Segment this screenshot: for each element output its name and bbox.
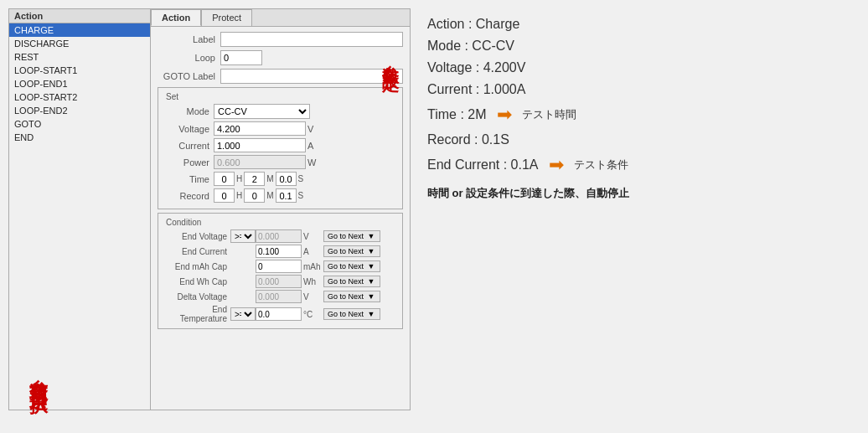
action-list-item[interactable]: LOOP-START1	[9, 64, 150, 77]
loop-input[interactable]	[220, 50, 262, 65]
loop-field-label: Loop	[158, 53, 220, 63]
info-line: Voltage : 4.200V	[427, 60, 860, 75]
info-line: Current : 1.000A	[427, 82, 860, 97]
label-field-label: Label	[158, 34, 220, 44]
goto-row: GOTO Label	[158, 69, 403, 84]
cond-input[interactable]	[256, 260, 302, 273]
cond-label: Delta Voltage	[163, 292, 230, 302]
action-list-item[interactable]: LOOP-END2	[9, 104, 150, 117]
cond-input	[256, 275, 302, 288]
set-section: Set Mode CC-CV Voltage V Current A Power	[158, 87, 403, 209]
record-s-input[interactable]	[276, 188, 297, 203]
set-section-title: Set	[163, 92, 181, 101]
action-list: CHARGEDISCHARGERESTLOOP-START1LOOP-END1L…	[9, 23, 150, 410]
time-m-unit: M	[266, 174, 273, 183]
condition-row: End Temperature >= °C Go to Next ▼	[163, 305, 397, 323]
record-s-unit: S	[298, 191, 304, 200]
info-line: Action : Charge	[427, 17, 860, 32]
record-h-input[interactable]	[214, 188, 235, 203]
time-h-input[interactable]	[214, 172, 235, 186]
cond-unit: A	[303, 247, 322, 256]
action-list-item[interactable]: GOTO	[9, 117, 150, 131]
cond-input[interactable]	[256, 307, 302, 321]
form-tabs: ActionProtect	[151, 9, 410, 27]
record-h-unit: H	[236, 191, 242, 200]
info-line-text: End Current : 0.1A	[427, 157, 539, 173]
condition-row: End Current A Go to Next ▼	[163, 245, 397, 258]
form-tab[interactable]: Action	[151, 9, 201, 26]
form-body: Label Loop GOTO Label Set Mode CC-CV Vol…	[151, 27, 410, 410]
info-line: Record : 0.1S	[427, 132, 860, 147]
condition-row: Delta Voltage V Go to Next ▼	[163, 290, 397, 303]
time-s-unit: S	[298, 174, 304, 183]
cond-unit: V	[303, 232, 322, 241]
record-cell: H M S	[214, 188, 303, 203]
condition-section: Condition End Voltage >= V Go to Next ▼ …	[158, 213, 403, 329]
mode-row: Mode CC-CV	[163, 104, 397, 119]
action-list-item[interactable]: DISCHARGE	[9, 37, 150, 50]
goto-field-label: GOTO Label	[158, 71, 220, 81]
arrow-icon: ➡	[497, 104, 512, 126]
action-list-panel: Action CHARGEDISCHARGERESTLOOP-START1LOO…	[8, 8, 151, 410]
cond-input	[256, 229, 302, 243]
info-line: End Current : 0.1A➡テスト条件	[427, 154, 860, 176]
power-unit: W	[307, 157, 321, 168]
condition-row: End Voltage >= V Go to Next ▼	[163, 229, 397, 243]
action-list-item[interactable]: END	[9, 131, 150, 144]
info-line-text: Time : 2M	[427, 107, 487, 122]
info-line-text: Record : 0.1S	[427, 132, 509, 147]
cond-op-select[interactable]: >=	[230, 229, 256, 243]
goto-input[interactable]	[220, 69, 403, 84]
voltage-unit: V	[307, 124, 321, 134]
action-list-item[interactable]: CHARGE	[9, 23, 150, 37]
go-to-next-button[interactable]: Go to Next ▼	[323, 260, 380, 272]
go-to-next-button[interactable]: Go to Next ▼	[323, 308, 380, 320]
record-row: Record H M S	[163, 188, 397, 203]
record-m-unit: M	[266, 191, 273, 200]
cond-label: End Voltage	[163, 232, 230, 241]
cond-input[interactable]	[256, 245, 302, 258]
loop-row: Loop	[158, 50, 403, 65]
info-line: Mode : CC-CV	[427, 39, 860, 54]
kanji-overlay-form: 参数設定	[380, 51, 401, 64]
condition-rows: End Voltage >= V Go to Next ▼ End Curren…	[163, 229, 397, 323]
action-list-item[interactable]: LOOP-END1	[9, 77, 150, 90]
current-label: Current	[163, 141, 214, 151]
time-row: Time H M S	[163, 172, 397, 186]
cond-op-select[interactable]: >=	[230, 307, 256, 321]
info-panel: Action : ChargeMode : CC-CVVoltage : 4.2…	[427, 8, 860, 201]
label-row: Label	[158, 32, 403, 47]
current-row: Current A	[163, 138, 397, 152]
go-to-next-button[interactable]: Go to Next ▼	[323, 276, 380, 287]
voltage-input[interactable]	[214, 121, 306, 136]
cond-unit: Wh	[303, 277, 322, 286]
cond-label: End Temperature	[163, 305, 230, 323]
form-tab[interactable]: Protect	[201, 9, 252, 26]
record-m-input[interactable]	[244, 188, 265, 203]
info-line-text: Voltage : 4.200V	[427, 60, 525, 75]
power-input	[214, 155, 306, 169]
info-line-text: Mode : CC-CV	[427, 39, 514, 54]
condition-row: End mAh Cap mAh Go to Next ▼	[163, 260, 397, 273]
go-to-next-button[interactable]: Go to Next ▼	[323, 245, 380, 257]
time-m-input[interactable]	[244, 172, 265, 186]
go-to-next-button[interactable]: Go to Next ▼	[323, 291, 380, 302]
go-to-next-button[interactable]: Go to Next ▼	[323, 230, 380, 242]
time-s-input[interactable]	[276, 172, 297, 186]
power-label: Power	[163, 157, 214, 168]
power-row: Power W	[163, 155, 397, 169]
time-label: Time	[163, 174, 214, 184]
current-input[interactable]	[214, 138, 306, 152]
condition-title: Condition	[163, 218, 204, 227]
action-list-item[interactable]: REST	[9, 50, 150, 64]
action-list-item[interactable]: LOOP-START2	[9, 90, 150, 104]
label-input[interactable]	[220, 32, 403, 47]
cond-label: End mAh Cap	[163, 262, 230, 271]
info-line-text: Current : 1.000A	[427, 82, 525, 97]
mode-select[interactable]: CC-CV	[214, 104, 310, 119]
arrow-icon: ➡	[549, 154, 564, 176]
mode-label: Mode	[163, 106, 214, 116]
current-unit: A	[307, 141, 321, 151]
cond-unit: V	[303, 292, 322, 302]
cond-label: End Wh Cap	[163, 277, 230, 286]
